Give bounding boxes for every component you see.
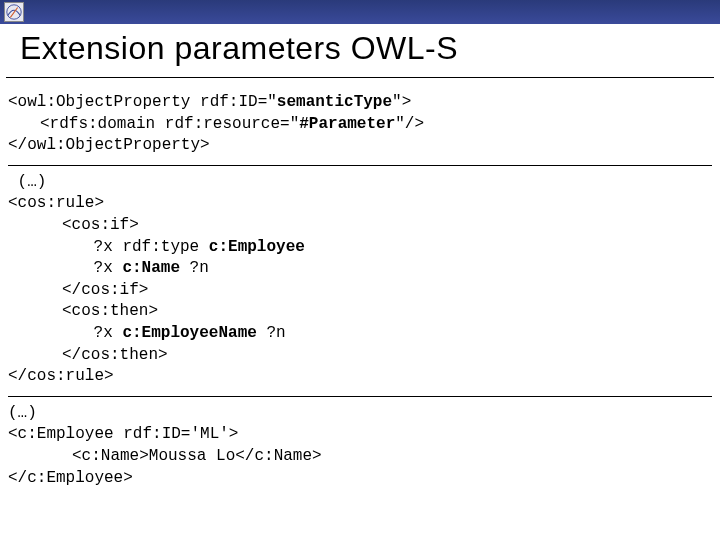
code-line: <c:Employee rdf:ID='ML'> (8, 425, 238, 443)
code-bold: c:EmployeeName (122, 324, 256, 342)
code-bold: #Parameter (299, 115, 395, 133)
code-line: ?n (180, 259, 209, 277)
code-line: </cos:rule> (8, 367, 114, 385)
code-line: <rdfs:domain rdf:resource=" (40, 115, 299, 133)
page-title: Extension parameters OWL-S (20, 30, 704, 67)
code-block-1: <owl:ObjectProperty rdf:ID="semanticType… (8, 92, 712, 157)
code-line: <cos:then> (8, 301, 158, 323)
code-line: <owl:ObjectProperty rdf:ID=" (8, 93, 277, 111)
code-line: ?x (84, 259, 122, 277)
code-line: </owl:ObjectProperty> (8, 136, 210, 154)
code-line: <c:Name>Moussa Lo</c:Name> (8, 446, 322, 468)
title-bar (0, 0, 720, 24)
separator (8, 396, 712, 397)
code-line: </cos:if> (8, 280, 148, 302)
code-line: "> (392, 93, 411, 111)
code-line: <cos:if> (8, 215, 139, 237)
code-line: (…) (8, 173, 46, 191)
code-line: </cos:then> (8, 345, 168, 367)
code-bold: c:Employee (209, 238, 305, 256)
code-line: ?n (257, 324, 286, 342)
logo-icon (4, 2, 24, 22)
code-line: </c:Employee> (8, 469, 133, 487)
code-line: "/> (395, 115, 424, 133)
code-block-2: (…) <cos:rule> <cos:if> ?x rdf:type c:Em… (8, 172, 712, 388)
code-line: ?x rdf:type (84, 238, 209, 256)
content-area: <owl:ObjectProperty rdf:ID="semanticType… (0, 78, 720, 489)
code-line: (…) (8, 404, 37, 422)
code-line: ?x (84, 324, 122, 342)
code-line: <cos:rule> (8, 194, 104, 212)
code-block-3: (…) <c:Employee rdf:ID='ML'> <c:Name>Mou… (8, 403, 712, 489)
title-section: Extension parameters OWL-S (6, 24, 714, 78)
code-bold: c:Name (122, 259, 180, 277)
separator (8, 165, 712, 166)
code-bold: semanticType (277, 93, 392, 111)
